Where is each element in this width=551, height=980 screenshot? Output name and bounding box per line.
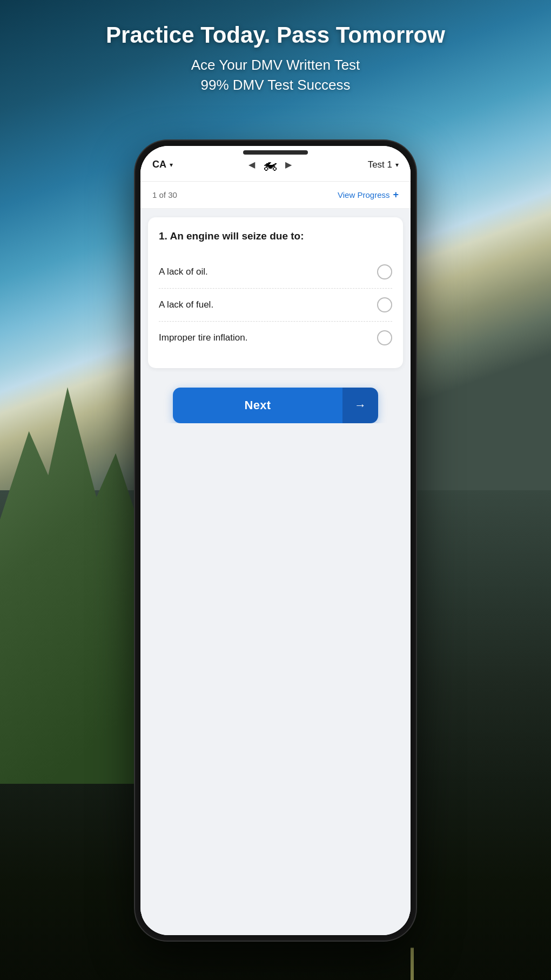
question-card: 1. An engine will seize due to: A lack o… <box>148 217 403 368</box>
view-progress-label[interactable]: View Progress <box>338 190 389 199</box>
next-button-arrow-icon[interactable]: → <box>342 388 378 423</box>
next-button-label[interactable]: Next <box>173 388 342 423</box>
next-button-container: Next → <box>140 377 411 423</box>
view-progress-button[interactable]: View Progress + <box>338 189 399 201</box>
phone-frame: CA ▾ ◀ 🏍 ▶ Test 1 ▾ 1 of 30 View Progres… <box>135 141 416 941</box>
answer-option-c[interactable]: Improper tire inflation. <box>159 322 392 354</box>
question-text: 1. An engine will seize due to: <box>159 229 392 244</box>
answer-option-a[interactable]: A lack of oil. <box>159 256 392 289</box>
answer-option-b[interactable]: A lack of fuel. <box>159 289 392 322</box>
state-dropdown-icon[interactable]: ▾ <box>170 161 173 169</box>
answer-text-c: Improper tire inflation. <box>159 332 371 343</box>
answer-text-a: A lack of oil. <box>159 266 371 277</box>
state-selector[interactable]: CA <box>152 159 166 170</box>
phone-notch <box>243 150 308 155</box>
view-progress-plus-icon[interactable]: + <box>393 189 399 201</box>
app-content: CA ▾ ◀ 🏍 ▶ Test 1 ▾ 1 of 30 View Progres… <box>140 146 411 935</box>
subtitle-line1: Ace Your DMV Written Test <box>191 57 360 73</box>
header-section: Practice Today. Pass Tomorrow Ace Your D… <box>0 22 551 95</box>
header-title: Practice Today. Pass Tomorrow <box>0 22 551 49</box>
navbar-center: ◀ 🏍 ▶ <box>248 156 292 174</box>
question-number: 1. <box>159 230 170 242</box>
radio-button-a[interactable] <box>377 264 392 279</box>
progress-row: 1 of 30 View Progress + <box>140 182 411 209</box>
navbar-left[interactable]: CA ▾ <box>152 159 173 170</box>
header-subtitle: Ace Your DMV Written Test 99% DMV Test S… <box>0 55 551 95</box>
bottom-space <box>140 423 411 935</box>
test-selector[interactable]: Test 1 <box>368 159 392 170</box>
test-dropdown-icon[interactable]: ▾ <box>395 161 399 169</box>
question-body: An engine will seize due to: <box>170 230 304 242</box>
radio-button-c[interactable] <box>377 330 392 345</box>
phone-screen: CA ▾ ◀ 🏍 ▶ Test 1 ▾ 1 of 30 View Progres… <box>140 146 411 935</box>
prev-vehicle-arrow[interactable]: ◀ <box>248 159 255 170</box>
navbar-right[interactable]: Test 1 ▾ <box>368 159 399 170</box>
radio-button-b[interactable] <box>377 297 392 312</box>
answer-text-b: A lack of fuel. <box>159 299 371 310</box>
next-button[interactable]: Next → <box>173 388 378 423</box>
vehicle-icon: 🏍 <box>263 156 278 174</box>
subtitle-line2: 99% DMV Test Success <box>201 77 351 93</box>
next-vehicle-arrow[interactable]: ▶ <box>285 159 292 170</box>
progress-counter: 1 of 30 <box>152 190 177 199</box>
